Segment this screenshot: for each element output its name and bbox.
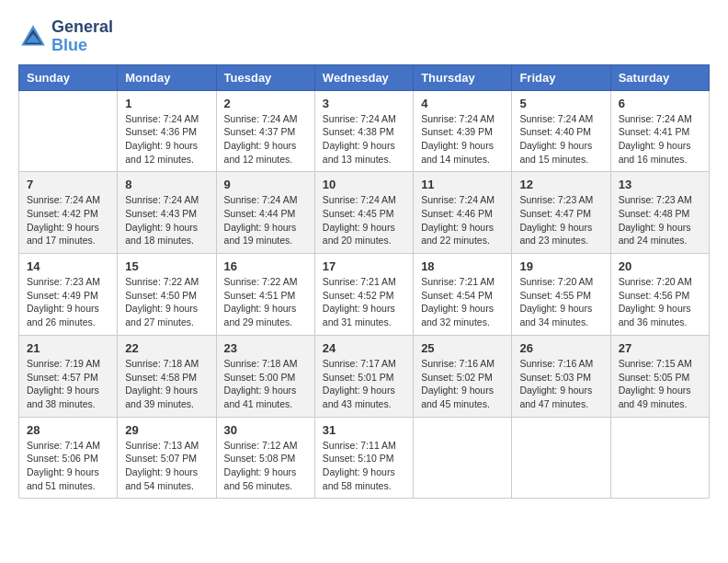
calendar-cell: 5Sunrise: 7:24 AM Sunset: 4:40 PM Daylig… [512, 90, 610, 172]
calendar-cell: 17Sunrise: 7:21 AM Sunset: 4:52 PM Dayli… [314, 254, 413, 336]
calendar-cell: 26Sunrise: 7:16 AM Sunset: 5:03 PM Dayli… [512, 335, 610, 417]
day-info: Sunrise: 7:22 AM Sunset: 4:51 PM Dayligh… [224, 275, 307, 329]
day-number: 30 [224, 423, 307, 437]
day-info: Sunrise: 7:18 AM Sunset: 5:00 PM Dayligh… [224, 357, 307, 411]
day-number: 6 [619, 97, 701, 110]
day-info: Sunrise: 7:24 AM Sunset: 4:42 PM Dayligh… [27, 193, 109, 247]
calendar-cell: 27Sunrise: 7:15 AM Sunset: 5:05 PM Dayli… [610, 335, 709, 417]
calendar-cell: 2Sunrise: 7:24 AM Sunset: 4:37 PM Daylig… [216, 90, 314, 172]
day-info: Sunrise: 7:16 AM Sunset: 5:02 PM Dayligh… [421, 357, 504, 411]
header-saturday: Saturday [610, 64, 709, 90]
header-thursday: Thursday [414, 64, 512, 90]
header-wednesday: Wednesday [314, 64, 413, 90]
day-number: 12 [519, 178, 602, 191]
header-sunday: Sunday [19, 64, 118, 90]
day-number: 13 [619, 178, 701, 191]
calendar-cell: 24Sunrise: 7:17 AM Sunset: 5:01 PM Dayli… [314, 335, 413, 417]
day-number: 17 [323, 259, 405, 273]
calendar-cell [610, 417, 709, 499]
day-number: 1 [125, 97, 208, 110]
calendar-cell: 29Sunrise: 7:13 AM Sunset: 5:07 PM Dayli… [118, 417, 216, 499]
calendar-cell: 13Sunrise: 7:23 AM Sunset: 4:48 PM Dayli… [610, 172, 709, 254]
day-info: Sunrise: 7:24 AM Sunset: 4:40 PM Dayligh… [519, 112, 602, 167]
day-number: 22 [125, 341, 208, 355]
day-info: Sunrise: 7:24 AM Sunset: 4:37 PM Dayligh… [224, 112, 307, 167]
day-info: Sunrise: 7:15 AM Sunset: 5:05 PM Dayligh… [619, 357, 701, 411]
day-number: 5 [519, 97, 602, 110]
calendar-cell: 21Sunrise: 7:19 AM Sunset: 4:57 PM Dayli… [19, 335, 118, 417]
day-info: Sunrise: 7:24 AM Sunset: 4:45 PM Dayligh… [323, 193, 405, 247]
calendar-cell: 7Sunrise: 7:24 AM Sunset: 4:42 PM Daylig… [19, 172, 118, 254]
header-tuesday: Tuesday [216, 64, 314, 90]
day-info: Sunrise: 7:24 AM Sunset: 4:41 PM Dayligh… [619, 112, 701, 167]
day-number: 2 [224, 97, 307, 110]
day-info: Sunrise: 7:12 AM Sunset: 5:08 PM Dayligh… [224, 439, 307, 493]
calendar-cell: 22Sunrise: 7:18 AM Sunset: 4:58 PM Dayli… [118, 335, 216, 417]
day-number: 29 [125, 423, 208, 437]
calendar-cell [512, 417, 610, 499]
day-info: Sunrise: 7:20 AM Sunset: 4:56 PM Dayligh… [619, 275, 701, 329]
day-info: Sunrise: 7:24 AM Sunset: 4:38 PM Dayligh… [323, 112, 405, 167]
day-number: 25 [421, 341, 504, 355]
day-number: 16 [224, 259, 307, 273]
day-info: Sunrise: 7:24 AM Sunset: 4:44 PM Dayligh… [224, 193, 307, 247]
calendar-cell: 28Sunrise: 7:14 AM Sunset: 5:06 PM Dayli… [19, 417, 118, 499]
calendar-cell: 9Sunrise: 7:24 AM Sunset: 4:44 PM Daylig… [216, 172, 314, 254]
calendar-cell: 25Sunrise: 7:16 AM Sunset: 5:02 PM Dayli… [414, 335, 512, 417]
day-info: Sunrise: 7:23 AM Sunset: 4:47 PM Dayligh… [519, 193, 602, 247]
calendar-cell: 20Sunrise: 7:20 AM Sunset: 4:56 PM Dayli… [610, 254, 709, 336]
calendar-week-row: 7Sunrise: 7:24 AM Sunset: 4:42 PM Daylig… [19, 172, 710, 254]
day-info: Sunrise: 7:13 AM Sunset: 5:07 PM Dayligh… [125, 439, 208, 493]
calendar-cell: 11Sunrise: 7:24 AM Sunset: 4:46 PM Dayli… [414, 172, 512, 254]
calendar-cell: 8Sunrise: 7:24 AM Sunset: 4:43 PM Daylig… [118, 172, 216, 254]
calendar-cell: 23Sunrise: 7:18 AM Sunset: 5:00 PM Dayli… [216, 335, 314, 417]
day-number: 23 [224, 341, 307, 355]
calendar-cell: 18Sunrise: 7:21 AM Sunset: 4:54 PM Dayli… [414, 254, 512, 336]
calendar-cell: 15Sunrise: 7:22 AM Sunset: 4:50 PM Dayli… [118, 254, 216, 336]
day-info: Sunrise: 7:21 AM Sunset: 4:54 PM Dayligh… [421, 275, 504, 329]
day-number: 27 [619, 341, 701, 355]
day-info: Sunrise: 7:24 AM Sunset: 4:43 PM Dayligh… [125, 193, 208, 247]
day-number: 19 [519, 259, 602, 273]
calendar-cell: 6Sunrise: 7:24 AM Sunset: 4:41 PM Daylig… [610, 90, 709, 172]
day-number: 8 [125, 178, 208, 191]
day-info: Sunrise: 7:17 AM Sunset: 5:01 PM Dayligh… [323, 357, 405, 411]
calendar-table: SundayMondayTuesdayWednesdayThursdayFrid… [18, 64, 710, 500]
calendar-cell [414, 417, 512, 499]
calendar-cell: 30Sunrise: 7:12 AM Sunset: 5:08 PM Dayli… [216, 417, 314, 499]
day-info: Sunrise: 7:14 AM Sunset: 5:06 PM Dayligh… [27, 439, 109, 493]
day-number: 4 [421, 97, 504, 110]
day-info: Sunrise: 7:24 AM Sunset: 4:46 PM Dayligh… [421, 193, 504, 247]
day-info: Sunrise: 7:24 AM Sunset: 4:36 PM Dayligh… [125, 112, 208, 167]
day-info: Sunrise: 7:19 AM Sunset: 4:57 PM Dayligh… [27, 357, 109, 411]
calendar-cell: 12Sunrise: 7:23 AM Sunset: 4:47 PM Dayli… [512, 172, 610, 254]
day-number: 26 [519, 341, 602, 355]
calendar-cell: 3Sunrise: 7:24 AM Sunset: 4:38 PM Daylig… [314, 90, 413, 172]
page-header: General Blue [18, 18, 710, 55]
day-number: 15 [125, 259, 208, 273]
day-info: Sunrise: 7:18 AM Sunset: 4:58 PM Dayligh… [125, 357, 208, 411]
day-info: Sunrise: 7:22 AM Sunset: 4:50 PM Dayligh… [125, 275, 208, 329]
calendar-cell: 4Sunrise: 7:24 AM Sunset: 4:39 PM Daylig… [414, 90, 512, 172]
calendar-week-row: 14Sunrise: 7:23 AM Sunset: 4:49 PM Dayli… [19, 254, 710, 336]
header-monday: Monday [118, 64, 216, 90]
day-number: 31 [323, 423, 405, 437]
calendar-cell: 14Sunrise: 7:23 AM Sunset: 4:49 PM Dayli… [19, 254, 118, 336]
day-number: 3 [323, 97, 405, 110]
day-info: Sunrise: 7:23 AM Sunset: 4:48 PM Dayligh… [619, 193, 701, 247]
calendar-cell: 16Sunrise: 7:22 AM Sunset: 4:51 PM Dayli… [216, 254, 314, 336]
calendar-cell: 10Sunrise: 7:24 AM Sunset: 4:45 PM Dayli… [314, 172, 413, 254]
day-number: 7 [27, 178, 109, 191]
day-number: 18 [421, 259, 504, 273]
calendar-week-row: 21Sunrise: 7:19 AM Sunset: 4:57 PM Dayli… [19, 335, 710, 417]
logo: General Blue [18, 18, 113, 55]
day-number: 28 [27, 423, 109, 437]
day-number: 10 [323, 178, 405, 191]
day-number: 20 [619, 259, 701, 273]
calendar-cell: 1Sunrise: 7:24 AM Sunset: 4:36 PM Daylig… [118, 90, 216, 172]
day-info: Sunrise: 7:23 AM Sunset: 4:49 PM Dayligh… [27, 275, 109, 329]
day-number: 21 [27, 341, 109, 355]
header-friday: Friday [512, 64, 610, 90]
calendar-cell: 31Sunrise: 7:11 AM Sunset: 5:10 PM Dayli… [314, 417, 413, 499]
day-info: Sunrise: 7:21 AM Sunset: 4:52 PM Dayligh… [323, 275, 405, 329]
